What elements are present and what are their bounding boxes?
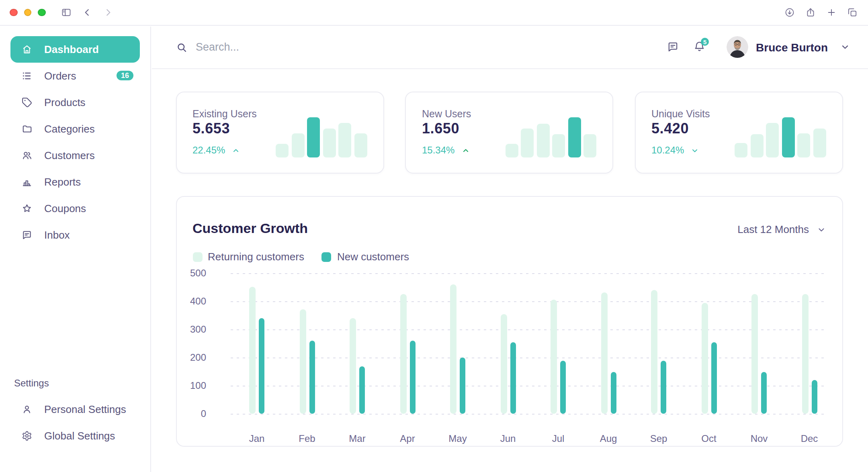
bar-returning-may (450, 284, 457, 414)
bar-new-sep (661, 360, 666, 414)
search-input[interactable] (196, 41, 453, 53)
gridline-0 (230, 414, 827, 415)
bar-new-may (460, 358, 465, 414)
y-axis-label: 300 (176, 324, 206, 335)
stat-card-trend: 22.45% (192, 145, 240, 156)
stat-card-trend: 15.34% (422, 145, 470, 156)
avatar[interactable] (726, 36, 748, 58)
gridline-100 (230, 386, 827, 386)
top-header: 5 Bruce Burton (151, 26, 868, 69)
x-axis-label-sep: Sep (639, 433, 679, 444)
sidebar-item-label: Reports (44, 176, 81, 188)
sidebar-item-global-settings[interactable]: Global Settings (10, 422, 140, 449)
titlebar-right-tools (784, 7, 858, 18)
bar-returning-sep (651, 290, 657, 414)
share-icon[interactable] (805, 7, 816, 18)
mini-bar (750, 134, 763, 157)
sidebar-toggle-icon[interactable] (61, 7, 71, 18)
mini-bar (291, 133, 304, 157)
sidebar-item-label: Categories (44, 123, 95, 135)
user-icon (22, 404, 32, 414)
mini-bar-highlighted (782, 117, 794, 157)
mini-bar (505, 143, 518, 157)
user-menu-chevron-down-icon[interactable] (840, 42, 850, 52)
tabs-overview-icon[interactable] (847, 7, 858, 18)
sidebar-item-label: Global Settings (44, 429, 115, 441)
y-axis-label: 200 (176, 352, 206, 363)
sidebar-item-dashboard[interactable]: Dashboard (10, 36, 140, 62)
gridline-500 (230, 273, 827, 274)
bar-returning-oct (701, 302, 708, 414)
stat-card-percent: 15.34% (422, 145, 454, 156)
y-axis-label: 0 (176, 409, 206, 420)
stat-card-value: 5.420 (651, 121, 689, 137)
zoom-window-button[interactable] (38, 8, 45, 16)
sidebar-item-categories[interactable]: Categories (10, 115, 140, 142)
bar-new-jul (560, 360, 566, 414)
list-icon (22, 70, 32, 81)
titlebar-left-tools (61, 7, 113, 18)
bar-returning-jun (500, 314, 507, 414)
gridline-400 (230, 301, 827, 302)
sidebar-item-reports[interactable]: Reports (10, 168, 140, 195)
sidebar-item-label: Customers (44, 149, 95, 161)
bar-new-feb (309, 341, 315, 414)
bar-new-aug (610, 372, 616, 414)
notifications-button[interactable]: 5 (694, 41, 705, 53)
sidebar-item-orders[interactable]: Orders16 (10, 62, 140, 89)
tag-icon (22, 97, 32, 107)
trend-up-icon (461, 146, 470, 155)
minimize-window-button[interactable] (24, 8, 31, 16)
bar-returning-dec (802, 294, 808, 414)
bar-new-dec (811, 380, 817, 414)
bar-new-apr (409, 341, 415, 414)
sidebar-item-label: Orders (44, 69, 76, 82)
sidebar-item-inbox[interactable]: Inbox (10, 221, 140, 248)
sidebar-nav: DashboardOrders16ProductsCategoriesCusto… (0, 36, 150, 248)
y-axis-label: 400 (176, 296, 206, 307)
window-titlebar (0, 0, 868, 25)
sidebar-item-coupons[interactable]: Coupons (10, 195, 140, 221)
x-axis-label-jan: Jan (237, 433, 277, 444)
search-icon (176, 41, 187, 53)
gridline-300 (230, 329, 827, 330)
forward-icon[interactable] (102, 7, 113, 18)
sidebar-settings-section: Settings Personal SettingsGlobal Setting… (0, 375, 150, 449)
x-axis-label-apr: Apr (387, 433, 428, 444)
user-name[interactable]: Bruce Burton (756, 41, 828, 53)
mini-bar (354, 133, 367, 157)
stat-card-existing-users: Existing Users5.65322.45% (176, 92, 384, 174)
back-icon[interactable] (82, 7, 92, 18)
download-icon[interactable] (784, 7, 795, 18)
sidebar: DashboardOrders16ProductsCategoriesCusto… (0, 26, 151, 472)
stat-cards-row: Existing Users5.65322.45%New Users1.6501… (176, 92, 843, 174)
orders-count-badge: 16 (117, 71, 133, 80)
sidebar-item-customers[interactable]: Customers (10, 142, 140, 168)
bar-new-mar (359, 366, 365, 414)
x-axis-label-aug: Aug (588, 433, 628, 444)
new-tab-icon[interactable] (826, 7, 837, 18)
header-right-cluster: 5 Bruce Burton (667, 36, 850, 58)
stat-card-percent: 10.24% (651, 145, 684, 156)
bar-new-oct (711, 342, 717, 414)
bar-new-nov (761, 372, 767, 414)
stat-card-label: Existing Users (192, 108, 257, 120)
bar-returning-jul (551, 300, 557, 414)
sidebar-item-products[interactable]: Products (10, 89, 140, 115)
window-controls (10, 8, 45, 16)
notification-count-badge: 5 (701, 38, 709, 46)
mini-bar (536, 124, 549, 157)
messages-icon[interactable] (667, 41, 678, 53)
x-axis-label-dec: Dec (789, 433, 829, 444)
settings-heading: Settings (0, 375, 150, 391)
stat-card-label: New Users (422, 108, 471, 120)
stat-card-percent: 22.45% (192, 145, 225, 156)
close-window-button[interactable] (10, 8, 17, 16)
sidebar-settings-nav: Personal SettingsGlobal Settings (0, 396, 150, 449)
x-axis-label-may: May (438, 433, 478, 444)
sidebar-item-label: Personal Settings (44, 403, 126, 415)
y-axis-label: 100 (176, 380, 206, 391)
stat-card-mini-chart (505, 117, 596, 157)
mini-bar (552, 134, 565, 157)
sidebar-item-personal-settings[interactable]: Personal Settings (10, 396, 140, 422)
